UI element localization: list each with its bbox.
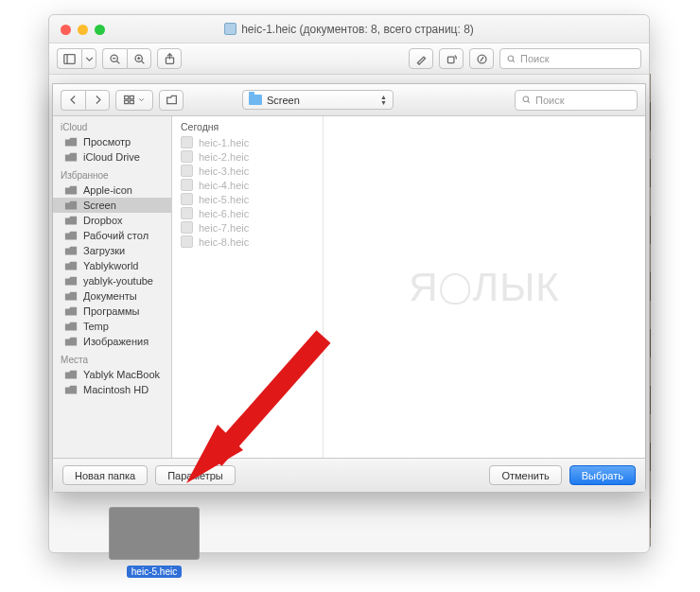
preview-search[interactable]: Поиск	[499, 48, 641, 69]
folder-icon	[64, 184, 78, 196]
back-button[interactable]	[61, 90, 85, 111]
sidebar-item-label: iCloud Drive	[83, 151, 140, 163]
sidebar-item[interactable]: Рабочий стол	[53, 228, 171, 243]
sidebar-item[interactable]: Temp	[53, 319, 171, 334]
sidebar-item[interactable]: Apple-icon	[53, 183, 171, 198]
file-row[interactable]: heic-5.heic	[172, 192, 323, 206]
view-mode-button[interactable]	[115, 90, 153, 111]
sidebar-item-label: Загрузки	[83, 245, 125, 256]
svg-line-13	[513, 60, 515, 61]
svg-line-19	[528, 101, 530, 103]
sidebar-item[interactable]: Загрузки	[53, 243, 171, 258]
sidebar-menu-button[interactable]	[81, 48, 96, 69]
sidebar-heading: Избранное	[53, 165, 171, 183]
sidebar-item-label: Apple-icon	[83, 184, 132, 196]
path-selector[interactable]: Screen ▲▼	[242, 90, 394, 110]
sidebar-item[interactable]: Macintosh HD	[53, 382, 171, 397]
sidebar-item[interactable]: Документы	[53, 288, 171, 304]
svg-rect-10	[447, 57, 454, 63]
folder-icon	[249, 95, 262, 105]
options-button[interactable]: Параметры	[155, 465, 236, 485]
sidebar-item[interactable]: Yablykworld	[53, 258, 171, 273]
sidebar-item-label: Документы	[83, 290, 137, 302]
preview-window: heic-1.heic (документов: 8, всего страни…	[48, 14, 650, 553]
file-row[interactable]: heic-1.heic	[172, 135, 323, 149]
open-dialog: Screen ▲▼ Поиск iCloudПросмотрiCloud Dri…	[52, 83, 646, 493]
file-row[interactable]: heic-3.heic	[172, 164, 323, 178]
cancel-button[interactable]: Отменить	[489, 465, 561, 485]
file-row[interactable]: heic-6.heic	[172, 206, 323, 220]
file-row[interactable]: heic-8.heic	[172, 235, 323, 249]
search-placeholder: Поиск	[520, 53, 549, 64]
sidebar-item-label: Yablykworld	[83, 260, 139, 271]
sidebar-item[interactable]: Просмотр	[53, 134, 171, 149]
sidebar-item[interactable]: Программы	[53, 304, 171, 319]
file-row[interactable]: heic-7.heic	[172, 220, 323, 235]
edit-button[interactable]	[469, 48, 494, 69]
preview-toolbar: Поиск	[49, 44, 649, 75]
sidebar-item[interactable]: Yablyk MacBook	[53, 367, 171, 382]
svg-rect-14	[125, 96, 129, 98]
svg-point-18	[523, 96, 529, 102]
file-name: heic-2.heic	[199, 151, 249, 163]
folder-icon	[64, 275, 78, 287]
svg-rect-0	[64, 54, 75, 63]
share-button[interactable]	[157, 48, 182, 69]
apple-icon	[439, 270, 473, 305]
zoom-out-button[interactable]	[102, 48, 127, 69]
thumbnail-image[interactable]	[109, 507, 200, 560]
dialog-footer: Новая папка Параметры Отменить Выбрать	[53, 458, 645, 492]
forward-button[interactable]	[85, 90, 110, 111]
sidebar-item-label: Temp	[83, 321, 109, 332]
maximize-icon[interactable]	[95, 25, 105, 35]
file-column: Сегодня heic-1.heicheic-2.heicheic-3.hei…	[172, 116, 324, 458]
file-browser: Сегодня heic-1.heicheic-2.heicheic-3.hei…	[172, 116, 645, 458]
file-name: heic-3.heic	[199, 165, 249, 177]
sidebar-item-label: Рабочий стол	[83, 230, 149, 241]
file-name: heic-5.heic	[199, 194, 249, 205]
sidebar-item[interactable]: Изображения	[53, 334, 171, 349]
new-folder-button[interactable]: Новая папка	[62, 465, 148, 485]
file-icon	[181, 150, 193, 163]
sidebar-heading: iCloud	[53, 116, 171, 134]
rotate-button[interactable]	[439, 48, 464, 69]
sidebar-item[interactable]: yablyk-youtube	[53, 273, 171, 288]
sidebar-item-label: Изображения	[83, 336, 149, 347]
sidebar-item[interactable]: Dropbox	[53, 213, 171, 228]
folder-icon	[64, 290, 78, 302]
folder-icon	[64, 369, 78, 380]
window-controls	[61, 25, 105, 35]
dialog-search[interactable]: Поиск	[515, 90, 638, 111]
zoom-in-button[interactable]	[127, 48, 151, 69]
sidebar-toggle-button[interactable]	[57, 48, 81, 69]
close-icon[interactable]	[61, 25, 71, 35]
group-button[interactable]	[159, 90, 184, 111]
file-row[interactable]: heic-4.heic	[172, 178, 323, 192]
file-name: heic-6.heic	[199, 208, 249, 219]
file-icon	[181, 179, 193, 191]
sidebar-item-label: Просмотр	[83, 136, 131, 148]
folder-icon	[64, 230, 78, 241]
folder-icon	[64, 384, 78, 395]
sidebar-item-label: Screen	[83, 200, 116, 211]
document-icon	[224, 23, 236, 35]
choose-button[interactable]: Выбрать	[569, 465, 636, 485]
dialog-toolbar: Screen ▲▼ Поиск	[53, 84, 645, 116]
preview-pane: ЯЛЫК	[324, 116, 645, 458]
folder-icon	[64, 215, 78, 226]
minimize-icon[interactable]	[78, 25, 88, 35]
folder-icon	[64, 136, 78, 148]
sidebar-item[interactable]: Screen	[53, 198, 171, 213]
markup-button[interactable]	[409, 48, 433, 69]
sidebar-item[interactable]: iCloud Drive	[53, 149, 171, 165]
options-label: Параметры	[167, 470, 223, 481]
file-icon	[181, 165, 193, 177]
sidebar-item-label: Dropbox	[83, 215, 123, 226]
file-name: heic-8.heic	[199, 236, 249, 248]
new-folder-label: Новая папка	[75, 470, 135, 481]
file-row[interactable]: heic-2.heic	[172, 149, 323, 164]
file-name: heic-1.heic	[199, 137, 249, 148]
sidebar-heading: Места	[53, 349, 171, 367]
svg-rect-15	[130, 96, 133, 98]
titlebar: heic-1.heic (документов: 8, всего страни…	[49, 15, 649, 44]
